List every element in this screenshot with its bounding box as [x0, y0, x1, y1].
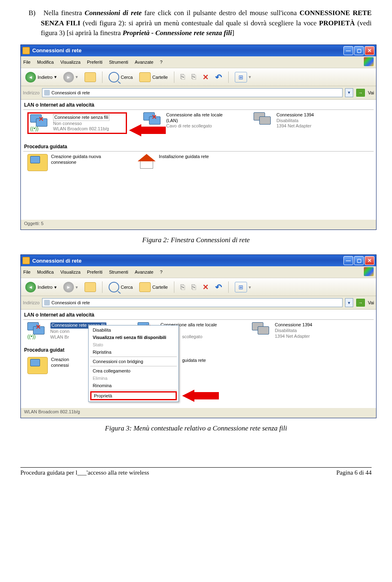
wiz2-partial-label: guidata rete: [182, 358, 206, 363]
address-bar: Indirizzo Connessioni di rete ▾ → Vai: [21, 86, 376, 100]
connection-wireless[interactable]: ✕((•)) Connessione rete senza fili Non c…: [30, 114, 124, 132]
xp-logo-icon: [364, 57, 374, 66]
go-button[interactable]: →: [356, 298, 365, 307]
figure-2-caption: Figura 2: Finestra Connessioni di rete: [20, 236, 372, 244]
statusbar: Oggetti: 5: [21, 219, 376, 230]
window-title: Connessioni di rete: [32, 47, 82, 54]
folders-button[interactable]: Cartelle: [137, 71, 170, 83]
back-button[interactable]: ◄Indietro ▾: [23, 71, 59, 84]
ctx-elimina: Elimina: [89, 375, 178, 382]
wizard-new-connection[interactable]: Creazionconnessi: [27, 357, 76, 374]
forward-button[interactable]: ► ▾: [61, 281, 80, 294]
address-label: Indirizzo: [23, 90, 40, 95]
folders-button[interactable]: Cartelle: [137, 281, 170, 293]
ctx-bridging[interactable]: Connessioni con bridging: [89, 358, 178, 365]
address-dropdown[interactable]: ▾: [345, 298, 353, 307]
xp-logo-icon: [364, 267, 374, 276]
ctx-rinomina[interactable]: Rinomina: [89, 382, 178, 389]
window-icon: [22, 257, 30, 264]
ieee1394-icon: [252, 322, 272, 339]
wizard-network-install[interactable]: Installazione guidata rete: [138, 154, 232, 171]
wizard-new-connection[interactable]: Creazione guidata nuovaconnessione: [27, 154, 121, 171]
connection-1394[interactable]: Connessione 1394 Disabilitata 1394 Net A…: [252, 322, 346, 340]
menu-modifica[interactable]: Modifica: [37, 60, 54, 65]
menu-modifica[interactable]: Modifica: [37, 270, 54, 274]
section-wizard: Procedura guidata: [23, 142, 374, 152]
up-button[interactable]: [82, 281, 98, 293]
forward-button[interactable]: ► ▾: [61, 71, 80, 84]
ctx-crea-link[interactable]: Crea collegamento: [89, 367, 178, 375]
menu-help[interactable]: ?: [160, 270, 163, 274]
minimize-button[interactable]: —: [343, 46, 353, 55]
menu-visualizza[interactable]: Visualizza: [60, 60, 80, 65]
figure-2-window: Connessioni di rete — ▢ ✕ File Modifica …: [20, 45, 376, 230]
undo-icon[interactable]: ↶: [213, 281, 224, 293]
content-area-2: LAN o Internet ad alta velocità ✕((•)) C…: [21, 310, 376, 408]
figure-3-window: Connessioni di rete — ▢ ✕ File Modifica …: [20, 254, 376, 418]
go-label: Vai: [368, 300, 374, 305]
lan-partial-label: scollegato: [182, 334, 203, 339]
delete-icon[interactable]: ✕: [200, 71, 211, 83]
move-icon[interactable]: ⎘: [189, 71, 198, 83]
address-label: Indirizzo: [23, 300, 40, 305]
ctx-disabilita[interactable]: Disabilita: [89, 326, 178, 334]
up-button[interactable]: [82, 71, 98, 83]
address-input[interactable]: Connessioni di rete: [42, 88, 343, 97]
move-icon[interactable]: ⎘: [189, 282, 198, 293]
menu-strumenti[interactable]: Strumenti: [109, 60, 128, 65]
wizard-icon: [27, 357, 48, 374]
copy-icon[interactable]: ⎘: [178, 71, 187, 83]
menu-file[interactable]: File: [23, 270, 31, 274]
menu-preferiti[interactable]: Preferiti: [87, 270, 102, 274]
minimize-button[interactable]: —: [343, 256, 353, 265]
close-button[interactable]: ✕: [365, 46, 374, 55]
connection-1394[interactable]: Connessione 1394 Disabilitata 1394 Net A…: [254, 112, 347, 134]
undo-icon[interactable]: ↶: [213, 71, 224, 83]
menu-file[interactable]: File: [23, 60, 31, 65]
menu-strumenti[interactable]: Strumenti: [109, 270, 128, 274]
section-wizard: Procedura guidat: [23, 346, 86, 355]
address-dropdown[interactable]: ▾: [345, 88, 353, 97]
highlighted-wireless-item: ✕((•)) Connessione rete senza fili Non c…: [27, 112, 127, 134]
view-button[interactable]: ⊞▾: [233, 281, 253, 294]
back-button[interactable]: ◄Indietro ▾: [23, 281, 59, 294]
ctx-ripristina[interactable]: Ripristina: [89, 348, 178, 356]
titlebar[interactable]: Connessioni di rete — ▢ ✕: [21, 45, 376, 56]
house-icon: [138, 154, 156, 169]
wizard-icon: [27, 154, 48, 171]
delete-icon[interactable]: ✕: [200, 281, 211, 293]
toolbar-2: ◄Indietro ▾ ► ▾ Cerca Cartelle ⎘ ⎘ ✕ ↶ ⊞…: [21, 278, 376, 296]
page-footer: Procedura guidata per l___'accesso alla …: [20, 467, 372, 476]
statusbar-2: WLAN Broadcom 802.11b/g: [21, 408, 376, 418]
menu-avanzate[interactable]: Avanzate: [135, 270, 154, 274]
search-button[interactable]: Cerca: [107, 281, 135, 294]
titlebar-2[interactable]: Connessioni di rete — ▢ ✕: [21, 255, 376, 266]
ieee1394-icon: [254, 112, 273, 129]
menu-avanzate[interactable]: Avanzate: [135, 60, 154, 65]
go-label: Vai: [368, 90, 374, 95]
ctx-view-networks[interactable]: Visualizza reti senza fili disponibili: [89, 334, 178, 341]
view-button[interactable]: ⊞▾: [233, 71, 253, 84]
search-button[interactable]: Cerca: [107, 71, 135, 84]
wireless-icon: ✕((•)): [27, 322, 47, 339]
address-icon: [44, 90, 50, 96]
figure-3-caption: Figura 3: Menù contestuale relativo a Co…: [20, 424, 372, 433]
menu-visualizza[interactable]: Visualizza: [60, 270, 80, 274]
menu-help[interactable]: ?: [160, 60, 163, 65]
go-button[interactable]: →: [356, 88, 365, 97]
footer-left: Procedura guidata per l___'accesso alla …: [20, 469, 149, 476]
window-title: Connessioni di rete: [32, 258, 82, 264]
ctx-proprieta-highlighted[interactable]: Proprietà: [90, 391, 177, 400]
wireless-icon: ✕((•)): [30, 114, 50, 131]
close-button[interactable]: ✕: [365, 256, 374, 265]
maximize-button[interactable]: ▢: [354, 46, 364, 55]
address-icon: [44, 300, 50, 305]
menu-preferiti[interactable]: Preferiti: [87, 60, 102, 65]
section-lan: LAN o Internet ad alta velocità: [23, 100, 374, 110]
arrow-indicator-2: [182, 390, 219, 402]
context-menu: Disabilita Visualizza reti senza fili di…: [88, 325, 179, 402]
ctx-stato: Stato: [89, 341, 178, 348]
address-input[interactable]: Connessioni di rete: [42, 298, 343, 307]
maximize-button[interactable]: ▢: [354, 256, 364, 265]
copy-icon[interactable]: ⎘: [178, 282, 187, 293]
